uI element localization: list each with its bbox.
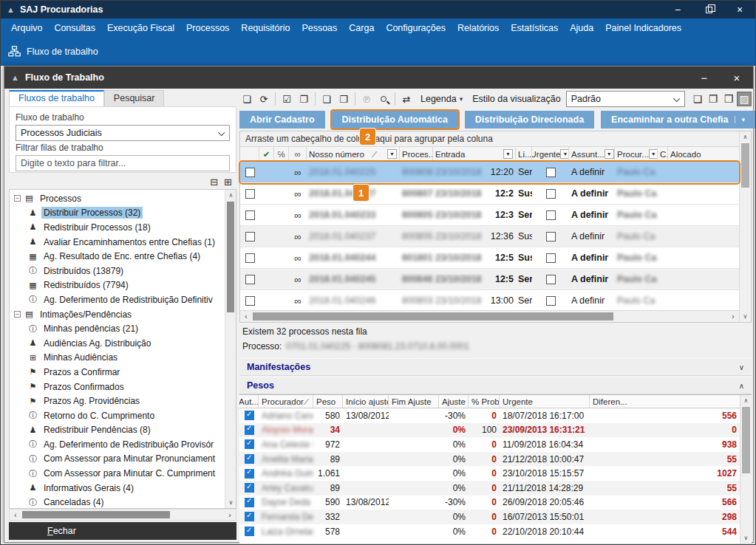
menu-requisitorio[interactable]: Requisitório: [235, 20, 296, 36]
aut-checkbox[interactable]: [245, 439, 254, 449]
distribuicao-direcionada-button[interactable]: Distribuição Direcionada: [465, 111, 594, 128]
abrir-cadastro-button[interactable]: Abrir Cadastro: [239, 111, 325, 128]
scroll-left-icon[interactable]: ‹: [10, 510, 21, 520]
scroll-left-icon[interactable]: ‹: [240, 311, 252, 322]
pesos-row[interactable]: Ana Celeste Brito972 0%0 11/09/2018 16:0…: [239, 437, 740, 452]
aut-checkbox[interactable]: [245, 483, 254, 493]
tree-item-minhas-audiencias[interactable]: ⊞Minhas Audiências: [10, 351, 225, 366]
table-row[interactable]: ∞ 2018.01.040237 8008053 23/10/201812:36…: [240, 226, 739, 247]
table-row[interactable]: ∞ 2018.01.040245 8008468 23/10/201812:5 …: [240, 269, 739, 290]
tree-node-intimacoes[interactable]: −▤Intimações/Pendências: [10, 307, 225, 322]
urgente-checkbox[interactable]: [546, 168, 556, 177]
column-c[interactable]: C...: [658, 147, 668, 161]
pesos-row[interactable]: Dayse Deda Caff590 13/08/2012 -30%0 26/0…: [239, 496, 740, 510]
aut-checkbox[interactable]: [245, 411, 254, 420]
urgente-checkbox[interactable]: [546, 296, 556, 306]
chevron-down-icon[interactable]: ∨: [739, 363, 744, 371]
key-column-header[interactable]: ℅: [274, 147, 289, 161]
filter-input[interactable]: [16, 155, 230, 171]
row-checkbox[interactable]: [245, 232, 255, 241]
aut-checkbox[interactable]: [245, 469, 254, 479]
menu-arquivo[interactable]: Arquivo: [5, 20, 48, 36]
table-row[interactable]: ∞ 2018.01.040225 8008081 23/10/201812:20…: [240, 162, 739, 183]
scroll-up-icon[interactable]: ∧: [225, 190, 236, 201]
tree-item-assessor-pronunciamento[interactable]: ⓘCom Assessor para Minutar Pronunciament: [10, 452, 225, 467]
grid-horizontal-scrollbar[interactable]: ‹ ›: [240, 310, 739, 322]
column-urgente[interactable]: Urgente: [500, 395, 590, 408]
aut-checkbox[interactable]: [245, 527, 254, 536]
pesos-section-header[interactable]: Pesos ∧: [239, 377, 752, 394]
group-by-bar[interactable]: Arraste um cabeçalho de coluna aqui para…: [240, 131, 739, 147]
tree-horizontal-scrollbar[interactable]: ‹ ›: [9, 509, 236, 521]
chain-column-header[interactable]: ∞: [289, 147, 307, 161]
row-checkbox[interactable]: [245, 189, 255, 199]
tree-item-minhas-pendencias[interactable]: ⓘMinhas pendências (21): [10, 321, 225, 336]
column-li[interactable]: Li...: [516, 147, 532, 161]
aut-checkbox[interactable]: [245, 498, 254, 507]
tree-item-prazos-ag-providencias[interactable]: ⚑Prazos Ag. Providências: [10, 394, 225, 408]
menu-relatorios[interactable]: Relatórios: [452, 20, 505, 36]
row-checkbox[interactable]: [245, 253, 255, 263]
tree-item-prazos-a-confirmar[interactable]: ⚑Prazos a Confirmar: [10, 365, 225, 380]
tree-item-redistribuir-pendencias[interactable]: ♟Redistribuir Pendências (8): [10, 423, 225, 438]
layout-edit-icon[interactable]: ▨: [737, 92, 752, 106]
urgente-checkbox[interactable]: [546, 189, 556, 199]
tree-item-ag-deferimento-definitiva[interactable]: ⓘAg. Deferimento de Redistribuição Defin…: [10, 292, 225, 307]
pesos-row[interactable]: Laiza Ornelas Lin578 0%0 22/10/2018 20:1…: [239, 524, 740, 539]
scrollbar-thumb[interactable]: [742, 407, 750, 473]
filter-button[interactable]: ▼: [649, 149, 658, 159]
distribuicao-automatica-button[interactable]: Distribuição Automática: [332, 111, 458, 128]
tree-item-canceladas[interactable]: ⓘCanceladas (4): [10, 495, 225, 509]
table-row[interactable]: ∞ 2018.01.040233 8008058 23/10/201812:3 …: [240, 205, 739, 226]
scroll-right-icon[interactable]: ›: [224, 510, 236, 520]
estilo-select[interactable]: Padrão: [566, 91, 685, 107]
urgente-checkbox[interactable]: [546, 210, 556, 220]
copy-save-icon[interactable]: ❑: [319, 92, 334, 106]
pesos-row[interactable]: Andréia Guimarã1.061 0%0 23/10/2018 15:1…: [239, 466, 740, 481]
tree-item-assessor-cumprimento[interactable]: ⓘCom Assessor para Minutar C. Cumpriment: [10, 466, 225, 481]
tab-fluxos-de-trabalho[interactable]: Fluxos de trabalho: [9, 90, 104, 106]
scroll-right-icon[interactable]: ›: [727, 311, 739, 322]
scroll-down-icon[interactable]: ∨: [740, 532, 752, 544]
column-inicio-ajuste[interactable]: Início ajuste: [343, 395, 389, 408]
pesos-row[interactable]: Adriano Carvalho580 13/08/2012 -30%0 18/…: [239, 408, 740, 423]
menu-estatisticas[interactable]: Estatísticas: [505, 20, 564, 36]
table-row[interactable]: ∞ 2018.01.040244 8018012 23/10/201812:5 …: [240, 247, 739, 269]
menu-ajuda[interactable]: Ajuda: [564, 20, 599, 36]
tree-item-informativos-gerais[interactable]: ♟Informativos Gerais (4): [10, 481, 225, 496]
tree-item-ag-resultado-enc[interactable]: ▦Ag. Resultado de Enc. entre Chefias (4): [10, 249, 225, 264]
chevron-up-icon[interactable]: ∧: [739, 382, 744, 390]
collapse-all-icon[interactable]: ⊟: [210, 176, 218, 188]
minimize-button[interactable]: −: [662, 1, 693, 18]
column-probabilidade[interactable]: % Proba...: [469, 395, 500, 408]
tree-node-processos[interactable]: −▤Processos: [10, 191, 225, 206]
menu-execucao-fiscal[interactable]: Execução Fiscal: [101, 20, 180, 36]
column-nosso-numero[interactable]: Nosso número∕▼: [307, 147, 400, 161]
row-checkbox[interactable]: [245, 275, 255, 284]
menu-pessoas[interactable]: Pessoas: [296, 20, 343, 36]
refresh-icon[interactable]: ⟳: [256, 92, 271, 106]
scroll-up-icon[interactable]: ∧: [740, 131, 751, 143]
scroll-up-icon[interactable]: ∧: [740, 395, 752, 406]
urgente-checkbox[interactable]: [546, 275, 556, 284]
fechar-button[interactable]: Fechar: [9, 522, 236, 540]
caret-down-icon[interactable]: ▾: [735, 116, 745, 123]
row-checkbox[interactable]: [245, 210, 255, 220]
restore-button[interactable]: [693, 1, 724, 18]
column-ajuste[interactable]: Ajuste %: [439, 395, 469, 408]
aut-checkbox[interactable]: [245, 454, 254, 464]
grid-vertical-scrollbar[interactable]: ∧ ∨: [739, 131, 751, 322]
menu-consultas[interactable]: Consultas: [48, 20, 101, 36]
close-button[interactable]: ×: [724, 1, 755, 18]
urgente-checkbox[interactable]: [546, 232, 556, 241]
pesos-row[interactable]: Anelita Maria Dua89 0%0 21/12/2018 10:00…: [239, 452, 740, 467]
tab-pesquisar[interactable]: Pesquisar: [104, 90, 165, 106]
copy-icon[interactable]: ❐: [296, 92, 311, 106]
layout-hierarchy-icon[interactable]: ❐: [706, 92, 721, 106]
filter-button[interactable]: ▼: [387, 149, 397, 159]
scrollbar-thumb[interactable]: [22, 511, 170, 518]
search-document-icon[interactable]: [376, 92, 391, 106]
pesos-row[interactable]: Fernanda De San332 0%0 16/07/2013 15:50:…: [239, 510, 740, 524]
window-close-button[interactable]: ×: [721, 66, 753, 89]
menu-painel-indicadores[interactable]: Painel Indicadores: [599, 20, 687, 36]
